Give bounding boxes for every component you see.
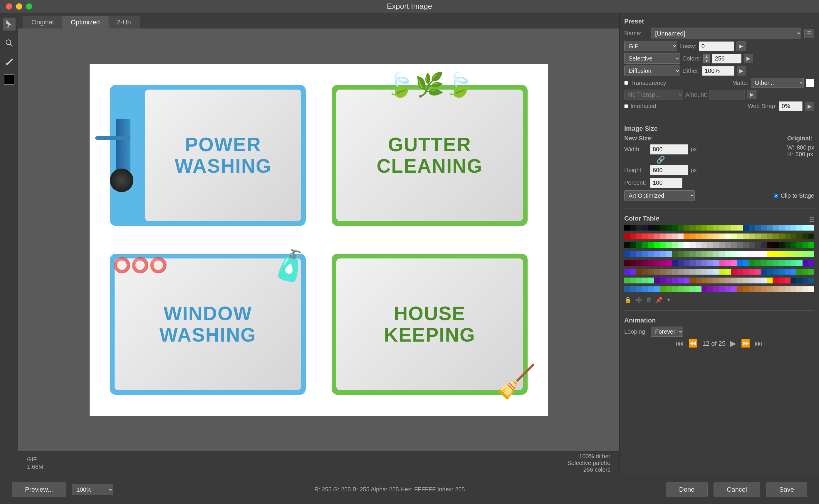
color-cell[interactable] bbox=[678, 251, 684, 257]
foreground-color-swatch[interactable] bbox=[4, 74, 14, 85]
color-cell[interactable] bbox=[648, 286, 654, 292]
color-cell[interactable] bbox=[684, 225, 689, 231]
color-cell[interactable] bbox=[767, 269, 773, 275]
color-cell[interactable] bbox=[743, 278, 749, 283]
color-cell[interactable] bbox=[785, 286, 791, 292]
color-cell[interactable] bbox=[725, 260, 731, 266]
color-cell[interactable] bbox=[642, 286, 648, 292]
color-cell[interactable] bbox=[803, 225, 808, 231]
ct-snap-icon[interactable]: 📌 bbox=[655, 296, 663, 303]
colors-arrow[interactable]: ▶ bbox=[744, 54, 753, 63]
color-cell[interactable] bbox=[791, 251, 796, 257]
color-cell[interactable] bbox=[719, 225, 725, 231]
color-cell[interactable] bbox=[660, 260, 666, 266]
color-cell[interactable] bbox=[749, 233, 755, 239]
zoom-select[interactable]: 100% bbox=[72, 484, 113, 495]
matte-color-swatch[interactable] bbox=[806, 79, 814, 87]
color-cell[interactable] bbox=[761, 251, 767, 257]
color-cell[interactable] bbox=[636, 225, 642, 231]
height-input[interactable] bbox=[650, 165, 688, 175]
color-cell[interactable] bbox=[696, 269, 701, 275]
color-cell[interactable] bbox=[803, 286, 808, 292]
color-cell[interactable] bbox=[678, 260, 684, 266]
color-cell[interactable] bbox=[803, 251, 808, 257]
color-cell[interactable] bbox=[624, 269, 630, 275]
color-cell[interactable] bbox=[725, 233, 731, 239]
color-cell[interactable] bbox=[767, 260, 773, 266]
color-cell[interactable] bbox=[791, 278, 796, 283]
color-cell[interactable] bbox=[666, 260, 672, 266]
anim-first-button[interactable]: ⏮ bbox=[676, 339, 684, 348]
color-cell[interactable] bbox=[642, 251, 648, 257]
color-cell[interactable] bbox=[701, 286, 707, 292]
loop-select[interactable]: Forever bbox=[651, 327, 683, 337]
color-cell[interactable] bbox=[725, 286, 731, 292]
color-cell[interactable] bbox=[678, 269, 684, 275]
color-cell[interactable] bbox=[696, 278, 701, 283]
color-cell[interactable] bbox=[796, 286, 802, 292]
color-cell[interactable] bbox=[796, 260, 802, 266]
color-cell[interactable] bbox=[773, 278, 778, 283]
color-cell[interactable] bbox=[743, 233, 749, 239]
color-cell[interactable] bbox=[713, 260, 719, 266]
color-cell[interactable] bbox=[719, 251, 725, 257]
color-cell[interactable] bbox=[791, 260, 796, 266]
color-cell[interactable] bbox=[749, 278, 755, 283]
color-cell[interactable] bbox=[785, 233, 791, 239]
ct-select-icon[interactable]: ✦ bbox=[666, 296, 671, 303]
color-cell[interactable] bbox=[725, 242, 731, 248]
color-cell[interactable] bbox=[779, 260, 785, 266]
color-cell[interactable] bbox=[743, 286, 749, 292]
color-cell[interactable] bbox=[672, 278, 678, 283]
color-cell[interactable] bbox=[767, 251, 773, 257]
color-cell[interactable] bbox=[654, 260, 660, 266]
no-transp-select[interactable]: No Transp... bbox=[624, 90, 683, 100]
color-cell[interactable] bbox=[707, 242, 713, 248]
color-cell[interactable] bbox=[731, 251, 737, 257]
color-cell[interactable] bbox=[648, 269, 654, 275]
color-cell[interactable] bbox=[684, 233, 689, 239]
color-cell[interactable] bbox=[701, 251, 707, 257]
color-cell[interactable] bbox=[761, 278, 767, 283]
color-cell[interactable] bbox=[785, 242, 791, 248]
color-cell[interactable] bbox=[636, 269, 642, 275]
color-cell[interactable] bbox=[737, 233, 743, 239]
color-cell[interactable] bbox=[672, 260, 678, 266]
color-cell[interactable] bbox=[672, 269, 678, 275]
color-cell[interactable] bbox=[743, 242, 749, 248]
color-cell[interactable] bbox=[636, 286, 642, 292]
color-cell[interactable] bbox=[773, 233, 778, 239]
color-cell[interactable] bbox=[630, 242, 636, 248]
color-cell[interactable] bbox=[803, 242, 808, 248]
eyedropper-tool[interactable] bbox=[3, 55, 16, 68]
color-cell[interactable] bbox=[808, 242, 814, 248]
preset-name-select[interactable]: [Unnamed] bbox=[651, 28, 801, 39]
color-cell[interactable] bbox=[630, 260, 636, 266]
color-cell[interactable] bbox=[767, 242, 773, 248]
color-cell[interactable] bbox=[808, 278, 814, 283]
color-cell[interactable] bbox=[630, 286, 636, 292]
color-cell[interactable] bbox=[648, 242, 654, 248]
color-cell[interactable] bbox=[779, 269, 785, 275]
color-cell[interactable] bbox=[636, 251, 642, 257]
color-cell[interactable] bbox=[749, 286, 755, 292]
color-cell[interactable] bbox=[707, 233, 713, 239]
color-cell[interactable] bbox=[672, 233, 678, 239]
color-cell[interactable] bbox=[808, 269, 814, 275]
anim-play-button[interactable]: ▶ bbox=[730, 339, 736, 348]
color-cell[interactable] bbox=[767, 225, 773, 231]
color-cell[interactable] bbox=[701, 278, 707, 283]
color-cell[interactable] bbox=[796, 233, 802, 239]
color-cell[interactable] bbox=[660, 269, 666, 275]
color-cell[interactable] bbox=[743, 269, 749, 275]
color-cell[interactable] bbox=[779, 286, 785, 292]
dither-input[interactable] bbox=[702, 66, 734, 76]
color-cell[interactable] bbox=[743, 225, 749, 231]
color-cell[interactable] bbox=[660, 233, 666, 239]
color-cell[interactable] bbox=[689, 260, 695, 266]
dither-arrow[interactable]: ▶ bbox=[737, 66, 746, 75]
color-cell[interactable] bbox=[719, 242, 725, 248]
color-cell[interactable] bbox=[737, 278, 743, 283]
color-cell[interactable] bbox=[660, 225, 666, 231]
colors-up[interactable]: ▲ bbox=[703, 54, 710, 58]
